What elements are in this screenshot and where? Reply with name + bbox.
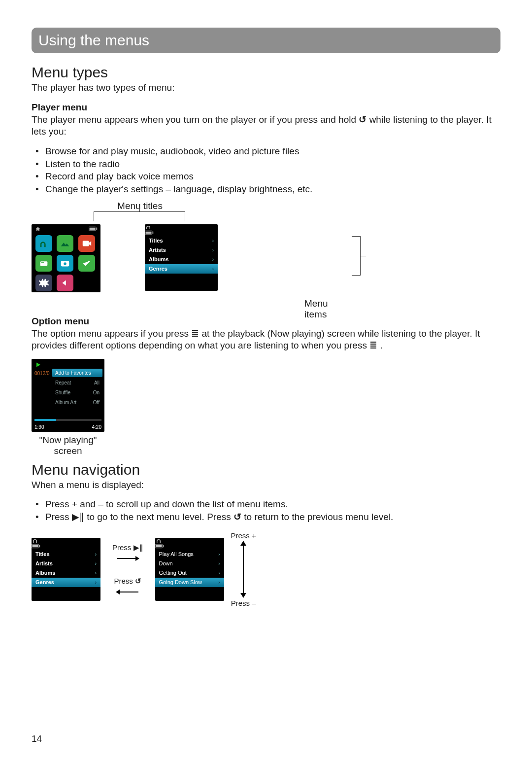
option-row-albumart: Album ArtOff — [52, 398, 102, 408]
menu-nav-bullets: Press + and – to scroll up and down the … — [32, 498, 500, 523]
player-home-screen: Music — [32, 224, 100, 292]
nav-arrows-center: Press ▶∥ Press ↺ — [112, 543, 143, 595]
list-item: Press ▶∥ to go to the next menu level. P… — [32, 511, 500, 523]
battery-icon — [145, 230, 154, 235]
arrow-left-icon — [116, 589, 139, 595]
back-tile-icon — [57, 275, 73, 291]
pictures-icon — [57, 235, 73, 252]
press-minus-label: Press – — [231, 599, 256, 607]
video-icon — [78, 235, 95, 252]
bracket-right — [352, 236, 361, 276]
svg-rect-4 — [40, 261, 48, 266]
chevron-right-icon: › — [212, 247, 214, 253]
svg-point-7 — [64, 262, 67, 265]
device-screens-row: Music Titles› Artists› Albums› Genres› M… — [32, 224, 500, 292]
status-bar — [155, 538, 224, 549]
page-number: 14 — [32, 733, 42, 744]
now-playing-caption: "Now playing" screen — [32, 435, 104, 456]
option-rows: RepeatAll ShuffleOn Album ArtOff — [52, 379, 102, 408]
press-back-label: Press ↺ — [114, 577, 142, 586]
page-title: Using the menus — [38, 32, 149, 49]
player-menu-label: Player menu — [32, 102, 500, 113]
svg-rect-18 — [156, 545, 162, 547]
progress-bar — [34, 419, 101, 421]
nav-screen-right: Play All Songs› Down› Getting Out› Going… — [155, 538, 224, 601]
list-item: Change the player's settings – language,… — [32, 183, 500, 196]
svg-rect-5 — [41, 262, 44, 263]
list-screen-wrap: Titles› Artists› Albums› Genres› Menu it… — [145, 224, 218, 291]
menu-nav-intro: When a menu is displayed: — [32, 479, 500, 491]
menu-items-caption: Menu items — [304, 298, 328, 320]
option-menu-label: Option menu — [32, 316, 500, 327]
battery-icon — [32, 544, 40, 549]
list-item: Press + and – to scroll up and down the … — [32, 498, 500, 511]
menu-titles-caption: Menu titles — [100, 201, 179, 211]
play-pause-icon: ▶∥ — [133, 543, 143, 552]
settings-icon — [35, 275, 52, 291]
menu-row: Getting Out› — [155, 568, 224, 578]
svg-rect-17 — [163, 545, 164, 547]
svg-rect-2 — [90, 227, 96, 230]
music-icon — [35, 235, 52, 252]
headphones-icon — [145, 224, 152, 230]
chevron-right-icon: › — [212, 266, 214, 272]
menu-row-albums: Albums› — [145, 255, 218, 264]
home-icon — [34, 226, 41, 232]
svg-rect-9 — [153, 231, 154, 234]
menu-row: Play All Songs› — [155, 550, 224, 559]
headphones-icon — [155, 538, 162, 544]
menu-icon: ≣ — [191, 328, 199, 339]
back-icon: ↺ — [359, 114, 366, 125]
option-menu-desc: The option menu appears if you press ≣ a… — [32, 328, 500, 352]
camera-icon — [57, 255, 73, 272]
menu-row: Genres› — [32, 578, 100, 587]
bracket-top — [94, 211, 185, 221]
back-icon: ↺ — [233, 512, 241, 522]
option-row-shuffle: ShuffleOn — [52, 388, 102, 398]
status-bar — [32, 538, 100, 549]
section-heading-menu-nav: Menu navigation — [32, 461, 500, 478]
menu-row-artists: Artists› — [145, 245, 218, 255]
time-labels: 1:304:20 — [34, 424, 101, 430]
menu-types-intro: The player has two types of menu: — [32, 82, 500, 94]
check-icon — [78, 255, 95, 272]
option-add-favorites: Add to Favorites — [52, 369, 102, 377]
track-counter: 0012/0 — [34, 371, 50, 376]
play-icon — [35, 362, 41, 368]
press-plus-label: Press + — [231, 531, 256, 540]
menu-row: Albums› — [32, 568, 100, 578]
menu-row-titles: Titles› — [145, 236, 218, 245]
battery-icon — [89, 226, 98, 231]
battery-icon — [155, 544, 164, 549]
page-header: Using the menus — [32, 28, 500, 53]
option-row-repeat: RepeatAll — [52, 379, 102, 388]
double-arrow-vertical-icon — [240, 541, 247, 598]
nav-screen-left: Titles› Artists› Albums› Genres› — [32, 538, 100, 601]
menu-row-genres: Genres› — [145, 264, 218, 274]
play-pause-icon: ▶∥ — [72, 512, 84, 522]
menu-list: Titles› Artists› Albums› Genres› — [145, 235, 218, 274]
now-playing-screen: 0012/0 Add to Favorites RepeatAll Shuffl… — [32, 359, 104, 432]
menu-row: Down› — [155, 559, 224, 568]
nav-diagram: Titles› Artists› Albums› Genres› Press ▶… — [32, 531, 500, 607]
player-list-screen: Titles› Artists› Albums› Genres› — [145, 224, 218, 291]
svg-rect-10 — [146, 231, 152, 234]
back-icon: ↺ — [135, 577, 141, 585]
list-item: Listen to the radio — [32, 158, 500, 171]
list-item: Record and play back voice memos — [32, 170, 500, 183]
headphones-icon — [32, 538, 38, 544]
press-play-label: Press ▶∥ — [112, 543, 143, 552]
svg-rect-1 — [97, 227, 98, 230]
list-item: Browse for and play music, audiobook, vi… — [32, 145, 500, 158]
menu-row: Artists› — [32, 559, 100, 568]
svg-rect-13 — [33, 545, 38, 547]
status-bar — [145, 224, 218, 235]
status-bar — [32, 224, 100, 233]
menu-icon: ≣ — [369, 340, 377, 350]
player-menu-desc: The player menu appears when you turn on… — [32, 114, 500, 138]
chevron-right-icon: › — [212, 257, 214, 262]
nav-plus-minus: Press + Press – — [231, 531, 256, 607]
radio-icon — [35, 255, 52, 272]
chevron-right-icon: › — [212, 238, 214, 244]
svg-rect-12 — [39, 545, 40, 547]
